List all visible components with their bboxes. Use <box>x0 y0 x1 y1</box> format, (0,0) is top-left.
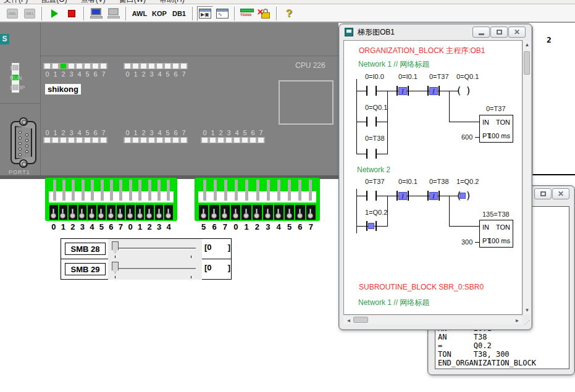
switch-number: 1 <box>241 222 251 232</box>
open-db1-button[interactable]: DB1 <box>22 6 38 21</box>
io-led <box>101 64 106 69</box>
led-number: 2 <box>59 70 67 78</box>
toolbar: AWL DB1 AWL KOP DB1 ▶▣ ∿ TD200 ✕ ? <box>0 5 575 23</box>
run-button[interactable] <box>46 6 62 21</box>
slider-thumb[interactable] <box>112 241 119 253</box>
input-toggle-switch[interactable] <box>285 205 294 220</box>
input-toggle-switch[interactable] <box>69 205 77 220</box>
menu-item[interactable]: 配置(O) <box>41 0 67 4</box>
ton-timer-box: IN TON PT 100 ms <box>479 115 513 143</box>
switch-number: 0 <box>125 222 135 232</box>
open-awl-button[interactable]: AWL <box>4 6 20 21</box>
awl-line: END_ORGANIZATION_BLOCK <box>438 359 558 367</box>
input-toggle-switch[interactable] <box>241 205 251 220</box>
io-led <box>242 138 248 143</box>
play-icon <box>51 9 58 18</box>
scroll-right-arrow[interactable]: ► <box>513 318 521 323</box>
kop-view-button[interactable]: KOP <box>150 6 169 21</box>
smb28-slider[interactable] <box>108 239 202 259</box>
input-toggle-switch[interactable] <box>253 205 262 220</box>
led-number: 4 <box>75 70 83 78</box>
nc-contact-energized: / <box>429 192 438 200</box>
led-number: 1 <box>51 129 59 136</box>
input-toggle-switch[interactable] <box>117 205 125 220</box>
input-toggle-switch[interactable] <box>88 205 96 220</box>
io-led <box>250 138 256 143</box>
input-toggle-switch[interactable] <box>136 205 145 220</box>
minimize-button[interactable] <box>472 27 490 38</box>
run-label: RUN <box>10 75 35 81</box>
help-button[interactable]: ? <box>281 6 297 21</box>
menu-item[interactable]: 文件(F) <box>4 0 28 4</box>
smb29-slider[interactable] <box>108 259 202 280</box>
disconnect-plc-button[interactable] <box>106 6 122 21</box>
lock-x-icon: ✕ <box>258 8 271 19</box>
io-led <box>181 138 187 143</box>
input-toggle-switch[interactable] <box>263 205 272 220</box>
cascade-windows-button[interactable]: ▶▣ <box>197 6 213 21</box>
connect-plc-button[interactable] <box>88 6 104 21</box>
led-number: 5 <box>241 129 249 136</box>
ladder-window-titlebar[interactable]: 梯形图OB1 ✕ <box>339 24 532 40</box>
io-led <box>93 138 98 143</box>
toolbar-separator <box>41 7 43 20</box>
terminal-pin <box>53 180 56 201</box>
unlock-button[interactable]: ✕ <box>256 6 272 21</box>
horizontal-scrollbar[interactable]: ◄ ► <box>343 315 523 324</box>
led-numbers: 01234567 <box>124 70 188 78</box>
io-led <box>133 64 138 69</box>
led-number: 3 <box>67 70 75 78</box>
scroll-up-arrow[interactable]: ▲ <box>523 42 531 48</box>
input-toggle-switch[interactable] <box>231 205 240 220</box>
led-number: 6 <box>249 129 257 136</box>
scroll-left-arrow[interactable]: ◄ <box>345 318 353 323</box>
vertical-scroll-thumb[interactable] <box>524 51 530 75</box>
vertical-scrollbar[interactable]: ▲ ▼ <box>523 40 531 315</box>
resize-grip[interactable]: ⋰ <box>524 319 530 325</box>
awl-line: = Q0.2 <box>438 341 558 350</box>
smb29-row: SMB 29 [0 ] <box>61 259 231 280</box>
input-toggle-switch[interactable] <box>306 205 316 220</box>
input-toggle-switch[interactable] <box>209 205 219 220</box>
input-toggle-switch[interactable] <box>145 205 154 220</box>
menu-item[interactable]: 查看(V) <box>81 0 106 4</box>
restore-button[interactable] <box>490 27 508 38</box>
input-toggle-switch[interactable] <box>126 205 135 220</box>
io-led <box>133 138 138 143</box>
input-toggle-switch[interactable] <box>220 205 230 220</box>
contact-label: 0=T38 <box>429 178 449 185</box>
slider-thumb[interactable] <box>112 262 119 273</box>
menu-item[interactable]: 窗口(W) <box>119 0 146 4</box>
input-toggle-switch[interactable] <box>155 205 164 220</box>
io-led <box>141 64 146 69</box>
scroll-down-arrow[interactable]: ▼ <box>523 307 531 313</box>
close-button[interactable]: ✕ <box>508 27 526 38</box>
close-button[interactable]: ✕ <box>552 188 569 199</box>
awl-view-button[interactable]: AWL <box>130 6 149 21</box>
led-number: 3 <box>67 129 75 136</box>
io-led <box>52 64 58 69</box>
menu-item[interactable]: 帮助(H) <box>159 0 185 4</box>
input-toggle-switch[interactable] <box>295 205 304 220</box>
switch-number: 4 <box>274 222 284 232</box>
chart-window-button[interactable]: ∿ <box>214 6 230 21</box>
stop-button[interactable] <box>64 6 80 21</box>
db1-file-icon: DB1 <box>24 9 35 19</box>
terminal-pin <box>288 180 291 201</box>
switch-number: 7 <box>220 222 230 232</box>
restore-button[interactable] <box>534 188 552 199</box>
terminal-pin <box>129 180 132 201</box>
input-toggle-switch[interactable] <box>164 205 173 220</box>
td200-button[interactable]: TD200 <box>239 6 255 21</box>
db1-view-button[interactable]: DB1 <box>170 6 188 21</box>
input-toggle-switch[interactable] <box>78 205 87 220</box>
input-toggle-switch[interactable] <box>59 205 68 220</box>
ladder-diagram-area[interactable]: ORGANIZATION_BLOCK 主程序:OB1 Network 1 // … <box>343 40 523 315</box>
input-toggle-switch[interactable] <box>49 205 58 220</box>
horizontal-scroll-thumb[interactable] <box>353 317 368 323</box>
input-toggle-switch[interactable] <box>199 205 208 220</box>
led-number: 1 <box>132 129 140 136</box>
input-toggle-switch[interactable] <box>98 205 106 220</box>
input-toggle-switch[interactable] <box>274 205 283 220</box>
input-toggle-switch[interactable] <box>107 205 115 220</box>
